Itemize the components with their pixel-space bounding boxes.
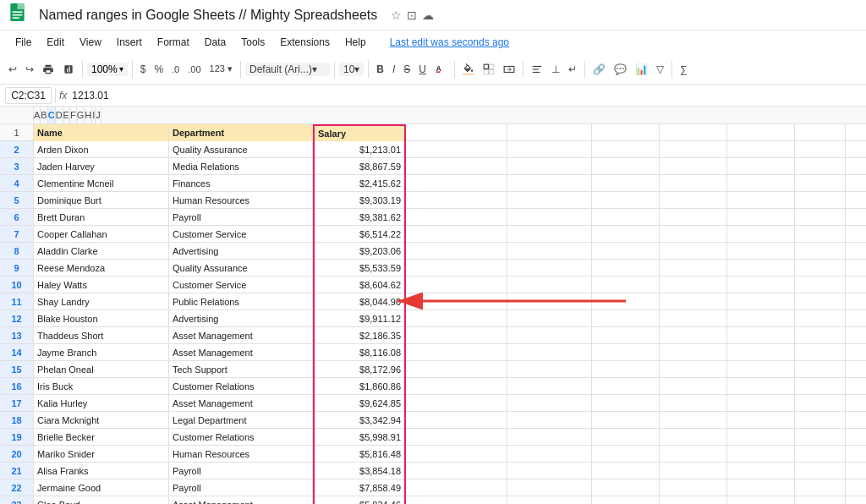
cell-j-8[interactable] bbox=[846, 243, 866, 260]
col-header-e[interactable]: E bbox=[63, 107, 70, 123]
cell-d-18[interactable] bbox=[406, 412, 507, 429]
cell-salary-9[interactable]: $5,533.59 bbox=[313, 260, 406, 277]
row-num[interactable]: 10 bbox=[0, 277, 34, 293]
cell-g-22[interactable] bbox=[660, 479, 727, 496]
cell-f-8[interactable] bbox=[592, 243, 660, 260]
wrap-button[interactable]: ↵ bbox=[565, 62, 580, 77]
cell-d-5[interactable] bbox=[406, 192, 507, 209]
cell-h-2[interactable] bbox=[727, 141, 795, 158]
header-dept[interactable]: Department bbox=[169, 124, 313, 141]
cell-salary-10[interactable]: $8,604.62 bbox=[313, 277, 406, 293]
cell-reference-input[interactable]: C2:C31 bbox=[5, 87, 52, 104]
cell-f-2[interactable] bbox=[592, 141, 660, 158]
row-num[interactable]: 15 bbox=[0, 361, 34, 377]
cell-salary-7[interactable]: $6,514.22 bbox=[313, 226, 406, 243]
cell-name-13[interactable]: Thaddeus Short bbox=[34, 327, 169, 344]
cell-d-16[interactable] bbox=[406, 378, 507, 395]
cell-name-2[interactable]: Arden Dixon bbox=[34, 141, 169, 158]
cell-d-19[interactable] bbox=[406, 429, 507, 446]
cell-dept-18[interactable]: Legal Department bbox=[169, 412, 313, 429]
cell-e-3[interactable] bbox=[507, 158, 592, 175]
cell-g-6[interactable] bbox=[660, 209, 727, 226]
cell-e-10[interactable] bbox=[507, 277, 592, 293]
cell-h-15[interactable] bbox=[727, 361, 795, 378]
menu-tools[interactable]: Tools bbox=[234, 34, 271, 51]
cell-name-18[interactable]: Ciara Mcknight bbox=[34, 412, 169, 429]
cell-salary-11[interactable]: $8,044.90 bbox=[313, 293, 406, 310]
cell-j-19[interactable] bbox=[846, 429, 866, 446]
header-name[interactable]: Name bbox=[34, 124, 169, 141]
cell-e-5[interactable] bbox=[507, 192, 592, 209]
row-num[interactable]: 12 bbox=[0, 310, 34, 326]
cell-name-14[interactable]: Jayme Branch bbox=[34, 344, 169, 361]
paint-format-button[interactable] bbox=[59, 62, 78, 77]
cell-f-15[interactable] bbox=[592, 361, 660, 378]
cell-name-7[interactable]: Cooper Callahan bbox=[34, 226, 169, 243]
italic-button[interactable]: I bbox=[389, 62, 398, 77]
cell-dept-17[interactable]: Asset Management bbox=[169, 395, 313, 412]
cell-g1[interactable] bbox=[660, 124, 727, 141]
cell-e-14[interactable] bbox=[507, 344, 592, 361]
cell-name-19[interactable]: Brielle Becker bbox=[34, 429, 169, 446]
cell-i-10[interactable] bbox=[795, 277, 846, 293]
cell-salary-18[interactable]: $3,342.94 bbox=[313, 412, 406, 429]
cell-f-18[interactable] bbox=[592, 412, 660, 429]
cell-f-12[interactable] bbox=[592, 310, 660, 327]
cell-e-2[interactable] bbox=[507, 141, 592, 158]
cell-j-10[interactable] bbox=[846, 277, 866, 293]
cell-name-5[interactable]: Dominique Burt bbox=[34, 192, 169, 209]
cell-e-16[interactable] bbox=[507, 378, 592, 395]
cell-h-14[interactable] bbox=[727, 344, 795, 361]
cell-salary-3[interactable]: $8,867.59 bbox=[313, 158, 406, 175]
cell-d-20[interactable] bbox=[406, 446, 507, 463]
cell-d-11[interactable] bbox=[406, 293, 507, 310]
cell-e-19[interactable] bbox=[507, 429, 592, 446]
percent-button[interactable]: % bbox=[151, 62, 167, 77]
cell-name-10[interactable]: Haley Watts bbox=[34, 277, 169, 293]
cell-name-4[interactable]: Clementine Mcneil bbox=[34, 175, 169, 192]
cell-g-14[interactable] bbox=[660, 344, 727, 361]
cell-dept-14[interactable]: Asset Management bbox=[169, 344, 313, 361]
cell-e-8[interactable] bbox=[507, 243, 592, 260]
comment-button[interactable]: 💬 bbox=[611, 62, 630, 77]
cell-d-3[interactable] bbox=[406, 158, 507, 175]
cell-e-23[interactable] bbox=[507, 496, 592, 504]
cell-salary-2[interactable]: $1,213.01 bbox=[313, 141, 406, 158]
cell-d-13[interactable] bbox=[406, 327, 507, 344]
row-num[interactable]: 9 bbox=[0, 260, 34, 276]
cell-i-7[interactable] bbox=[795, 226, 846, 243]
cell-i-2[interactable] bbox=[795, 141, 846, 158]
cell-j-2[interactable] bbox=[846, 141, 866, 158]
cell-f-3[interactable] bbox=[592, 158, 660, 175]
menu-file[interactable]: File bbox=[8, 34, 38, 51]
cell-g-17[interactable] bbox=[660, 395, 727, 412]
cell-g-18[interactable] bbox=[660, 412, 727, 429]
cell-dept-5[interactable]: Human Resources bbox=[169, 192, 313, 209]
font-size-select[interactable]: 10 ▾ bbox=[339, 63, 364, 76]
cell-salary-20[interactable]: $5,816.48 bbox=[313, 446, 406, 463]
text-color-button[interactable]: A bbox=[431, 62, 450, 77]
cell-g-13[interactable] bbox=[660, 327, 727, 344]
cell-dept-3[interactable]: Media Relations bbox=[169, 158, 313, 175]
menu-extensions[interactable]: Extensions bbox=[273, 34, 337, 51]
row-num[interactable]: 13 bbox=[0, 327, 34, 343]
cell-salary-16[interactable]: $1,860.86 bbox=[313, 378, 406, 395]
cell-g-23[interactable] bbox=[660, 496, 727, 504]
align-button[interactable] bbox=[528, 62, 546, 77]
cell-dept-15[interactable]: Tech Support bbox=[169, 361, 313, 378]
row-num[interactable]: 14 bbox=[0, 344, 34, 360]
cell-e-11[interactable] bbox=[507, 293, 592, 310]
col-header-a[interactable]: A bbox=[34, 107, 41, 123]
cell-d-8[interactable] bbox=[406, 243, 507, 260]
row-num[interactable]: 17 bbox=[0, 395, 34, 411]
cell-j-6[interactable] bbox=[846, 209, 866, 226]
cell-d-4[interactable] bbox=[406, 175, 507, 192]
cell-i-17[interactable] bbox=[795, 395, 846, 412]
cell-j-7[interactable] bbox=[846, 226, 866, 243]
header-salary[interactable]: Salary bbox=[313, 124, 406, 141]
row-num[interactable]: 19 bbox=[0, 429, 34, 445]
folder-icon[interactable]: ⊡ bbox=[407, 8, 417, 22]
cell-salary-14[interactable]: $8,116.08 bbox=[313, 344, 406, 361]
cell-name-21[interactable]: Alisa Franks bbox=[34, 463, 169, 479]
cell-g-11[interactable] bbox=[660, 293, 727, 310]
